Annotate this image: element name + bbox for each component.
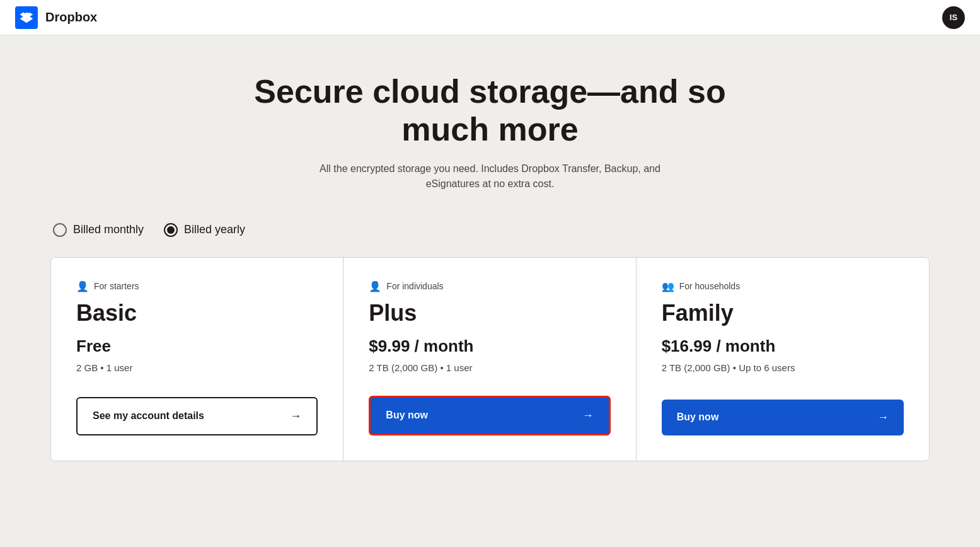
header: Dropbox IS (0, 0, 980, 35)
billing-monthly-option[interactable]: Billed monthly (53, 223, 144, 237)
plan-plus-target: 👤 For individuals (369, 280, 610, 292)
plan-family-details: 2 TB (2,000 GB) • Up to 6 users (662, 362, 904, 377)
plan-basic-cta-label: See my account details (93, 410, 204, 422)
avatar[interactable]: IS (942, 6, 965, 29)
plan-family-cta-label: Buy now (677, 412, 719, 423)
plan-basic-target-label: For starters (94, 281, 139, 291)
header-left: Dropbox (15, 6, 97, 29)
plan-plus-name: Plus (369, 300, 610, 326)
radio-yearly-dot (167, 226, 175, 234)
plan-plus: 👤 For individuals Plus $9.99 / month 2 T… (343, 258, 636, 461)
person-icon: 👤 (76, 280, 89, 292)
billing-yearly-option[interactable]: Billed yearly (164, 223, 245, 237)
plan-basic-target: 👤 For starters (76, 280, 318, 292)
plan-family: 👥 For households Family $16.99 / month 2… (637, 258, 929, 461)
billing-yearly-label: Billed yearly (184, 223, 245, 236)
plan-basic-details: 2 GB • 1 user (76, 362, 318, 374)
radio-monthly[interactable] (53, 223, 67, 237)
plan-basic-name: Basic (76, 300, 318, 326)
dropbox-logo[interactable] (15, 6, 38, 29)
arrow-icon-family: → (877, 411, 889, 424)
people-icon: 👥 (662, 280, 674, 292)
dropbox-logo-icon (20, 12, 33, 23)
plan-plus-cta-label: Buy now (386, 410, 428, 421)
header-title: Dropbox (45, 10, 97, 25)
plan-basic-cta[interactable]: See my account details → (76, 397, 318, 435)
plan-family-cta[interactable]: Buy now → (662, 400, 904, 435)
plan-family-price: $16.99 / month (662, 337, 904, 356)
plan-family-target-label: For households (679, 281, 741, 291)
hero-section: Secure cloud storage—and so much more Al… (50, 73, 930, 192)
person-icon-plus: 👤 (369, 280, 381, 292)
plan-family-name: Family (662, 300, 904, 326)
billing-monthly-label: Billed monthly (73, 223, 144, 236)
arrow-icon-basic: → (290, 410, 301, 423)
plan-plus-details: 2 TB (2,000 GB) • 1 user (369, 362, 610, 373)
plan-basic-price: Free (76, 337, 318, 356)
plan-basic: 👤 For starters Basic Free 2 GB • 1 user … (51, 258, 343, 461)
hero-title: Secure cloud storage—and so much more (238, 73, 742, 149)
billing-toggle: Billed monthly Billed yearly (50, 223, 930, 237)
main-content: Secure cloud storage—and so much more Al… (0, 35, 980, 487)
arrow-icon-plus: → (582, 409, 594, 422)
plans-container: 👤 For starters Basic Free 2 GB • 1 user … (50, 257, 930, 461)
plan-plus-cta[interactable]: Buy now → (369, 396, 610, 435)
plan-family-target: 👥 For households (662, 280, 904, 292)
plan-plus-price: $9.99 / month (369, 337, 610, 356)
plan-plus-target-label: For individuals (386, 281, 443, 291)
radio-yearly[interactable] (164, 223, 178, 237)
hero-subtitle: All the encrypted storage you need. Incl… (301, 161, 679, 192)
